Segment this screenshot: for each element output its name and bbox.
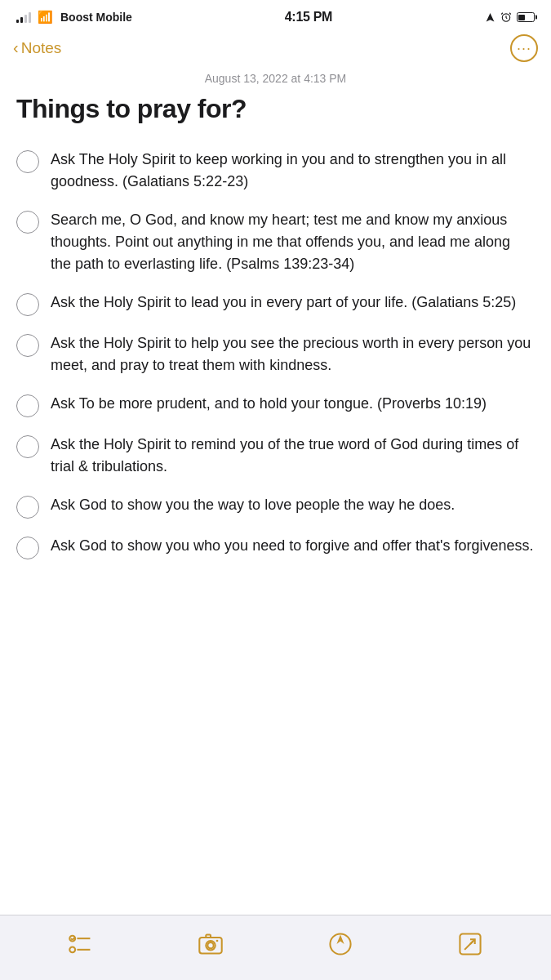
checkbox-4[interactable] bbox=[16, 334, 39, 357]
back-button[interactable]: ‹ Notes bbox=[13, 39, 61, 57]
checklist: Ask The Holy Spirit to keep working in y… bbox=[16, 140, 535, 568]
alarm-icon bbox=[500, 11, 512, 23]
more-options-icon: ··· bbox=[517, 40, 531, 57]
status-time: 4:15 PM bbox=[285, 10, 332, 24]
svg-point-9 bbox=[207, 942, 213, 948]
signal-bar-4 bbox=[29, 12, 31, 23]
signal-bar-1 bbox=[16, 20, 19, 23]
item-text-2: Search me, O God, and know my heart; tes… bbox=[51, 209, 535, 275]
battery-icon bbox=[517, 12, 535, 22]
checklist-item: Ask The Holy Spirit to keep working in y… bbox=[16, 140, 535, 201]
back-chevron-icon: ‹ bbox=[13, 38, 19, 57]
camera-button[interactable] bbox=[198, 931, 224, 957]
item-text-8: Ask God to show you who you need to forg… bbox=[51, 535, 535, 557]
checkbox-8[interactable] bbox=[16, 537, 39, 559]
markup-icon bbox=[327, 931, 353, 957]
note-content: August 13, 2022 at 4:13 PM Things to pra… bbox=[0, 72, 551, 584]
carrier-name: Boost Mobile bbox=[60, 11, 132, 24]
more-options-button[interactable]: ··· bbox=[510, 34, 538, 62]
checklist-item: Search me, O God, and know my heart; tes… bbox=[16, 201, 535, 283]
checklist-item: Ask the Holy Spirit to help you see the … bbox=[16, 324, 535, 385]
status-bar: 📶 Boost Mobile 4:15 PM bbox=[0, 0, 551, 31]
checkbox-5[interactable] bbox=[16, 394, 39, 417]
svg-rect-10 bbox=[206, 934, 211, 937]
note-timestamp: August 13, 2022 at 4:13 PM bbox=[16, 72, 535, 85]
markup-button[interactable] bbox=[327, 931, 353, 957]
svg-point-11 bbox=[216, 939, 219, 942]
nav-bar: ‹ Notes ··· bbox=[0, 31, 551, 70]
checklist-icon bbox=[68, 931, 94, 957]
checkbox-7[interactable] bbox=[16, 496, 39, 519]
location-icon bbox=[485, 12, 495, 23]
status-left: 📶 Boost Mobile bbox=[16, 10, 132, 24]
item-text-7: Ask God to show you the way to love peop… bbox=[51, 494, 535, 516]
item-text-4: Ask the Holy Spirit to help you see the … bbox=[51, 332, 535, 376]
compose-button[interactable] bbox=[457, 931, 483, 957]
svg-rect-7 bbox=[199, 938, 221, 953]
signal-bars bbox=[16, 11, 31, 23]
checkbox-6[interactable] bbox=[16, 435, 39, 458]
checkbox-1[interactable] bbox=[16, 150, 39, 173]
item-text-5: Ask To be more prudent, and to hold your… bbox=[51, 393, 535, 415]
checkbox-2[interactable] bbox=[16, 211, 39, 234]
checklist-item: Ask the Holy Spirit to remind you of the… bbox=[16, 425, 535, 486]
note-title: Things to pray for? bbox=[16, 93, 535, 124]
item-text-6: Ask the Holy Spirit to remind you of the… bbox=[51, 434, 535, 478]
signal-bar-3 bbox=[24, 15, 27, 23]
item-text-3: Ask the Holy Spirit to lead you in every… bbox=[51, 292, 535, 314]
signal-bar-2 bbox=[20, 17, 23, 23]
wifi-icon: 📶 bbox=[38, 10, 53, 24]
status-right bbox=[485, 11, 535, 23]
checklist-item: Ask God to show you the way to love peop… bbox=[16, 486, 535, 527]
svg-point-5 bbox=[70, 947, 76, 952]
checklist-item: Ask To be more prudent, and to hold your… bbox=[16, 385, 535, 425]
checklist-button[interactable] bbox=[68, 931, 94, 957]
checklist-item: Ask the Holy Spirit to lead you in every… bbox=[16, 283, 535, 324]
bottom-toolbar bbox=[0, 915, 551, 980]
item-text-1: Ask The Holy Spirit to keep working in y… bbox=[51, 149, 535, 193]
camera-icon bbox=[198, 931, 224, 957]
checkbox-3[interactable] bbox=[16, 293, 39, 316]
back-label: Notes bbox=[21, 39, 62, 57]
checklist-item: Ask God to show you who you need to forg… bbox=[16, 527, 535, 568]
compose-icon bbox=[457, 931, 483, 957]
